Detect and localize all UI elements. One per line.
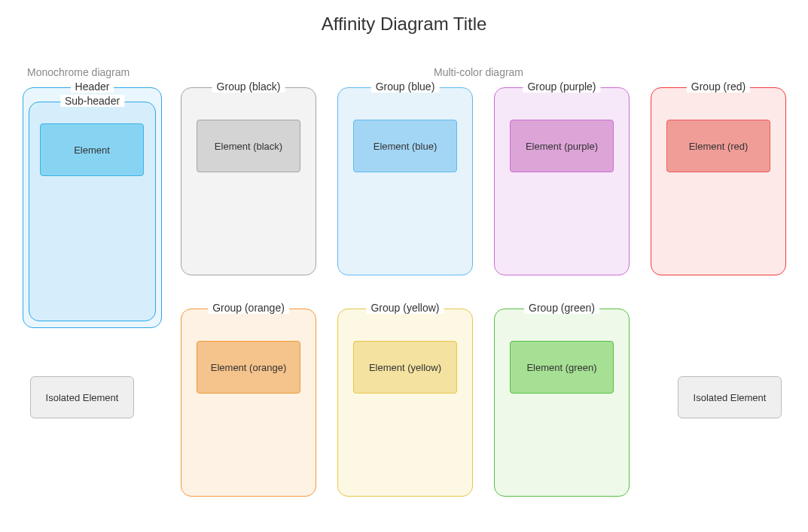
element-red: Element (red) [666, 120, 770, 172]
isolated-element-right-label: Isolated Element [694, 392, 767, 403]
group-yellow: Group (yellow) Element (yellow) [337, 309, 473, 497]
group-black-label: Group (black) [212, 81, 285, 93]
isolated-element-left: Isolated Element [30, 376, 134, 418]
group-header-label: Header [71, 81, 114, 93]
element-purple: Element (purple) [510, 120, 614, 172]
group-subheader-label: Sub-header [60, 95, 124, 107]
element-yellow-label: Element (yellow) [369, 362, 441, 373]
group-orange: Group (orange) Element (orange) [181, 309, 316, 497]
section-label-monochrome: Monochrome diagram [27, 66, 130, 78]
group-red-label: Group (red) [687, 81, 750, 93]
element-blue: Element (blue) [353, 120, 457, 172]
section-label-multicolor: Multi-color diagram [434, 66, 523, 78]
group-red: Group (red) Element (red) [651, 87, 786, 275]
diagram-title: Affinity Diagram Title [0, 0, 808, 35]
element-black: Element (black) [197, 120, 300, 172]
element-green-label: Element (green) [526, 362, 596, 373]
element-mono-label: Element [74, 144, 110, 156]
group-green: Group (green) Element (green) [494, 309, 630, 497]
isolated-element-left-label: Isolated Element [46, 392, 119, 403]
group-blue-label: Group (blue) [371, 81, 440, 93]
element-orange-label: Element (orange) [211, 362, 286, 373]
group-purple: Group (purple) Element (purple) [494, 87, 630, 275]
group-purple-label: Group (purple) [523, 81, 600, 93]
group-blue: Group (blue) Element (blue) [337, 87, 473, 275]
group-orange-label: Group (orange) [208, 302, 289, 314]
element-yellow: Element (yellow) [353, 341, 457, 394]
element-orange: Element (orange) [197, 341, 300, 394]
group-black: Group (black) Element (black) [181, 87, 316, 275]
element-red-label: Element (red) [689, 141, 749, 152]
element-green: Element (green) [510, 341, 614, 394]
element-blue-label: Element (blue) [374, 141, 438, 152]
group-header: Header Sub-header Element [23, 87, 162, 328]
group-yellow-label: Group (yellow) [366, 302, 444, 314]
group-green-label: Group (green) [524, 302, 599, 314]
element-purple-label: Element (purple) [526, 141, 598, 152]
element-mono: Element [40, 123, 144, 176]
isolated-element-right: Isolated Element [678, 376, 782, 418]
element-black-label: Element (black) [215, 141, 282, 152]
group-subheader: Sub-header Element [29, 102, 156, 321]
